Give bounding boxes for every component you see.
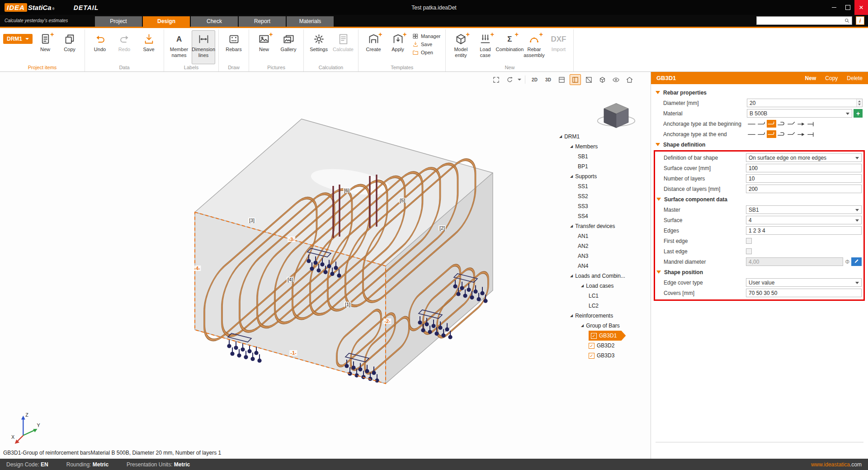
- expanded-icon[interactable]: ◢: [570, 314, 573, 318]
- home-button[interactable]: [624, 74, 635, 85]
- rotate-button[interactable]: [504, 74, 515, 85]
- open-button[interactable]: Open: [412, 49, 440, 56]
- last-edge-checkbox[interactable]: [746, 248, 752, 254]
- save-button[interactable]: Save: [412, 41, 440, 47]
- visibility-button[interactable]: [610, 74, 622, 85]
- tree-item-supports[interactable]: ◢Supports: [570, 171, 599, 181]
- undo-button[interactable]: Undo: [88, 30, 112, 64]
- anchorage-hook-180-icon[interactable]: [777, 120, 786, 128]
- new-button[interactable]: +New: [252, 30, 276, 64]
- anchorage-hook-180-icon[interactable]: [777, 130, 786, 138]
- tree-item-ss2[interactable]: SS2: [578, 191, 591, 201]
- diameter-spinner[interactable]: [856, 99, 862, 107]
- tree-item-transfer-devices[interactable]: ◢Transfer devices: [570, 221, 618, 231]
- tree-item-bp1[interactable]: BP1: [578, 161, 591, 171]
- apply-button[interactable]: +Apply: [386, 30, 410, 64]
- tree-item-an1[interactable]: AN1: [578, 231, 591, 241]
- tab-report[interactable]: Report: [239, 16, 286, 27]
- expand-button[interactable]: [491, 74, 502, 85]
- tab-materials[interactable]: Materials: [287, 16, 334, 27]
- view-2d-button[interactable]: 2D: [529, 74, 540, 85]
- view-axon-button[interactable]: [583, 74, 594, 85]
- minimize-button[interactable]: [827, 0, 841, 15]
- rebars-button[interactable]: Rebars: [222, 30, 245, 64]
- edges-input[interactable]: [746, 226, 862, 235]
- anchorage-hook-short-icon[interactable]: [757, 130, 766, 138]
- add-material-button[interactable]: +: [854, 109, 863, 118]
- tree-item-an4[interactable]: AN4: [578, 261, 591, 271]
- tree-item-gb3d2[interactable]: ✓GB3D2: [589, 341, 617, 351]
- bar-shape-select[interactable]: On surface edge on more edges: [746, 153, 862, 162]
- search-icon[interactable]: [844, 18, 850, 24]
- master-select[interactable]: SB1: [746, 205, 862, 214]
- view-section-button[interactable]: [570, 74, 581, 85]
- material-select[interactable]: B 500B: [747, 109, 852, 118]
- tree-item-lc2[interactable]: LC2: [589, 301, 601, 311]
- section-header-surface-component[interactable]: Surface component data: [655, 194, 863, 204]
- anchorage-cone-icon[interactable]: [797, 120, 806, 128]
- anchorage-straight-icon[interactable]: [747, 120, 756, 128]
- viewport-3d[interactable]: [1][2][3][4][5][6]-4--3--1--2- 2D3D Z Y …: [0, 72, 651, 459]
- rebar-assembly-button[interactable]: +Rebar assembly: [522, 30, 546, 64]
- expanded-icon[interactable]: ◢: [581, 284, 584, 288]
- anchorage-plate-icon[interactable]: [807, 120, 816, 128]
- tree-item-group-of-bars[interactable]: ◢Group of Bars: [581, 321, 623, 331]
- manager-button[interactable]: Manager: [412, 33, 440, 39]
- expanded-icon[interactable]: ◢: [559, 135, 562, 138]
- tab-project[interactable]: Project: [95, 16, 142, 27]
- view-plan-button[interactable]: [556, 74, 567, 85]
- properties-new-button[interactable]: New: [805, 75, 816, 81]
- tree-item-drm1[interactable]: ◢DRM1: [559, 132, 582, 142]
- model-entity-button[interactable]: +Model entity: [449, 30, 472, 64]
- tree-item-gb3d1[interactable]: ✓GB3D1: [589, 331, 626, 341]
- layer-distance-input[interactable]: [746, 185, 862, 193]
- cube-button[interactable]: [597, 74, 608, 85]
- visibility-checkbox[interactable]: ✓: [591, 333, 597, 339]
- copy-button[interactable]: Copy: [58, 30, 81, 64]
- properties-delete-button[interactable]: Delete: [847, 75, 863, 81]
- anchorage-hook-90-icon[interactable]: [767, 120, 776, 128]
- anchorage-hook-90-icon[interactable]: [767, 130, 776, 138]
- view-3d-button[interactable]: 3D: [542, 74, 554, 85]
- combination-button[interactable]: Σ+Combination: [498, 30, 521, 64]
- surface-cover-input[interactable]: [746, 164, 862, 172]
- info-button[interactable]: i: [856, 16, 864, 25]
- expanded-icon[interactable]: ◢: [570, 145, 573, 148]
- section-header-rebar-properties[interactable]: Rebar properties: [653, 87, 868, 98]
- anchorage-hook-short-icon[interactable]: [757, 120, 766, 128]
- expanded-icon[interactable]: ◢: [570, 175, 573, 178]
- anchorage-hook-45-icon[interactable]: [787, 130, 796, 138]
- tab-design[interactable]: Design: [143, 16, 190, 27]
- search-input[interactable]: [759, 18, 844, 24]
- active-project-item-dropdown[interactable]: DRM1: [3, 34, 33, 44]
- new-button[interactable]: +New: [33, 30, 57, 64]
- tree-item-sb1[interactable]: SB1: [578, 152, 591, 161]
- tree-item-reinforcements[interactable]: ◢Reinforcements: [570, 311, 616, 321]
- tree-item-ss1[interactable]: SS1: [578, 181, 591, 191]
- tree-item-an2[interactable]: AN2: [578, 241, 591, 251]
- anchorage-straight-icon[interactable]: [747, 130, 756, 138]
- dimension-lines-button[interactable]: Dimension lines: [192, 30, 215, 64]
- expanded-icon[interactable]: ◢: [570, 224, 573, 228]
- visibility-checkbox[interactable]: ✓: [589, 353, 594, 359]
- properties-copy-button[interactable]: Copy: [825, 75, 838, 81]
- expanded-icon[interactable]: ◢: [581, 324, 584, 328]
- chevron-down-icon[interactable]: [518, 79, 521, 81]
- member-names-button[interactable]: AMember names: [167, 30, 191, 64]
- section-header-shape-definition[interactable]: Shape definition: [653, 139, 868, 150]
- edit-mandrel-button[interactable]: [851, 257, 862, 266]
- tree-item-gb3d3[interactable]: ✓GB3D3: [589, 351, 617, 361]
- first-edge-checkbox[interactable]: [746, 238, 752, 244]
- gallery-button[interactable]: Gallery: [277, 30, 300, 64]
- anchorage-cone-icon[interactable]: [797, 130, 806, 138]
- website-link[interactable]: www.ideastatica.com: [811, 461, 862, 468]
- navigation-cube[interactable]: [596, 101, 637, 133]
- tree-item-lc1[interactable]: LC1: [589, 291, 601, 301]
- tree-item-ss3[interactable]: SS3: [578, 201, 591, 211]
- tree-item-an3[interactable]: AN3: [578, 251, 591, 261]
- anchorage-hook-45-icon[interactable]: [787, 120, 796, 128]
- tree-item-ss4[interactable]: SS4: [578, 211, 591, 221]
- section-header-shape-position[interactable]: Shape position: [655, 267, 863, 277]
- tab-check[interactable]: Check: [191, 16, 238, 27]
- anchorage-plate-icon[interactable]: [807, 130, 816, 138]
